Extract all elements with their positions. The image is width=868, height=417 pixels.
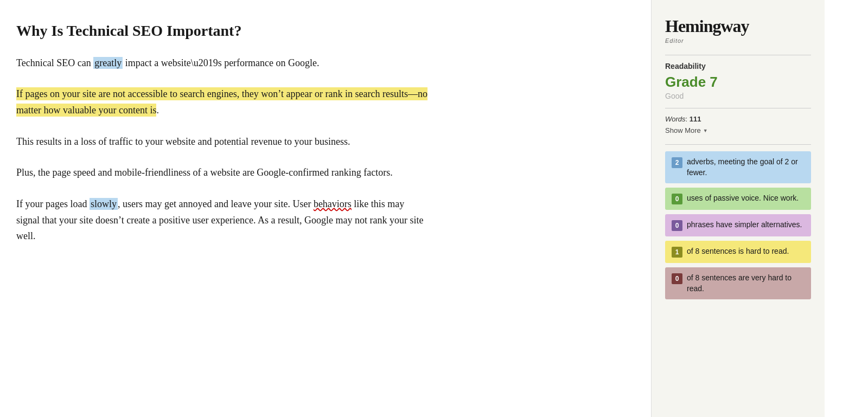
readability-label: Readability: [665, 62, 811, 70]
para2-period: .: [156, 105, 159, 116]
para2-highlighted-text: If pages on your site are not accessible…: [16, 87, 427, 117]
very-hard-text: of 8 sentences are very hard to read.: [687, 273, 805, 294]
divider-3: [665, 144, 811, 145]
simpler-badge: 0: [672, 220, 682, 231]
paragraph-5: If your pages load slowly, users may get…: [16, 196, 429, 245]
passive-text: uses of passive voice. Nice work.: [687, 193, 805, 204]
app-branding: Hemingway Editor: [665, 16, 811, 44]
divider-1: [665, 55, 811, 55]
paragraph-1: Technical SEO can greatly impact a websi…: [16, 55, 429, 72]
para5-highlight-slowly: slowly: [90, 198, 118, 210]
para1-text-after: impact a website\u2019s performance on G…: [123, 57, 319, 68]
stat-card-very-hard: 0 of 8 sentences are very hard to read.: [665, 267, 811, 299]
para1-text-before: Technical SEO can: [16, 57, 93, 68]
very-hard-badge: 0: [672, 273, 682, 284]
stat-card-passive: 0 uses of passive voice. Nice work.: [665, 188, 811, 210]
grade-desc: Good: [665, 92, 811, 100]
show-more-button[interactable]: Show More: [665, 126, 708, 134]
hard-text: of 8 sentences is hard to read.: [687, 246, 805, 257]
para1-highlight-greatly: greatly: [93, 57, 123, 69]
app-subtitle: Editor: [665, 37, 811, 44]
para5-text-middle: , users may get annoyed and leave your s…: [118, 198, 314, 209]
paragraph-4: Plus, the page speed and mobile-friendli…: [16, 165, 429, 181]
paragraph-2: If pages on your site are not accessible…: [16, 86, 429, 118]
paragraph-3: This results in a loss of traffic to you…: [16, 134, 429, 150]
stat-card-adverbs: 2 adverbs, meeting the goal of 2 or fewe…: [665, 151, 811, 183]
para5-underline-behaviors: behaviors: [314, 198, 352, 209]
grade-value: Grade 7: [665, 74, 811, 91]
article-title: Why Is Technical SEO Important?: [16, 22, 624, 40]
simpler-text: phrases have simpler alternatives.: [687, 220, 805, 230]
app-title: Hemingway: [665, 16, 811, 36]
main-content: Why Is Technical SEO Important? Technica…: [0, 0, 651, 417]
para5-text-before: If your pages load: [16, 198, 90, 209]
hard-badge: 1: [672, 247, 682, 258]
adverbs-badge: 2: [672, 157, 682, 168]
sidebar: Hemingway Editor Readability Grade 7 Goo…: [651, 0, 825, 417]
passive-badge: 0: [672, 194, 682, 204]
stat-card-hard: 1 of 8 sentences is hard to read.: [665, 241, 811, 263]
stat-card-simpler: 0 phrases have simpler alternatives.: [665, 214, 811, 236]
adverbs-text: adverbs, meeting the goal of 2 or fewer.: [687, 157, 805, 178]
words-count: Words: 111: [665, 115, 811, 123]
divider-2: [665, 108, 811, 108]
